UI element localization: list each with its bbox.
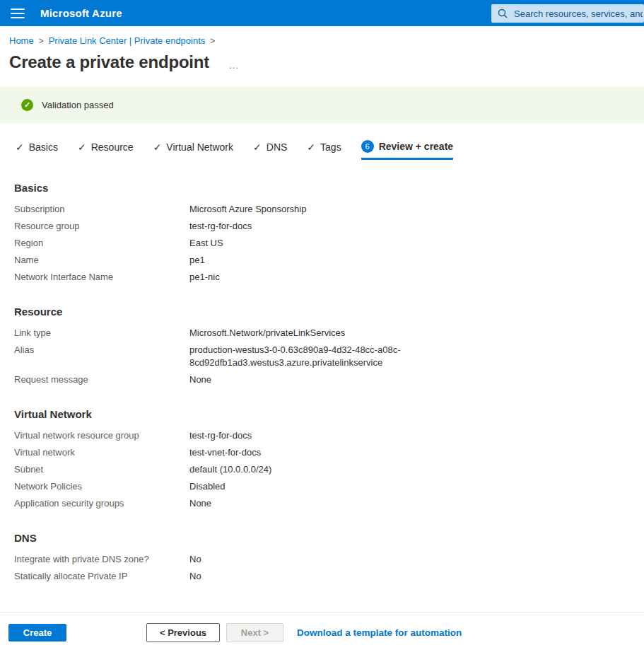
- wizard-tabs: ✓ Basics ✓ Resource ✓ Virtual Network ✓ …: [16, 140, 644, 160]
- search-box[interactable]: [491, 4, 644, 23]
- review-content: Basics Subscription Microsoft Azure Spon…: [14, 182, 644, 585]
- tab-label: Resource: [91, 141, 134, 153]
- section-title: Virtual Network: [14, 408, 644, 420]
- row-label: Integrate with private DNS zone?: [14, 553, 189, 566]
- row-value: test-vnet-for-docs: [189, 446, 261, 459]
- row-label: Request message: [14, 373, 189, 386]
- section-title: DNS: [14, 532, 644, 544]
- row-label: Network Interface Name: [14, 271, 189, 284]
- section-title: Basics: [14, 182, 644, 194]
- check-icon: ✓: [16, 142, 24, 152]
- hamburger-menu-button[interactable]: [11, 8, 25, 18]
- row-value: production-westus3-0-0.63c890a9-4d32-48c…: [189, 344, 423, 369]
- tab-label: Review + create: [379, 141, 453, 152]
- tab-resource[interactable]: ✓ Resource: [78, 141, 134, 160]
- next-button[interactable]: Next >: [226, 623, 283, 642]
- review-row: Subnet default (10.0.0.0/24): [14, 461, 644, 478]
- row-label: Subnet: [14, 463, 189, 476]
- row-value: No: [189, 570, 201, 583]
- section-virtual-network: Virtual Network Virtual network resource…: [14, 408, 644, 512]
- review-row: Alias production-westus3-0-0.63c890a9-4d…: [14, 342, 644, 371]
- download-template-link[interactable]: Download a template for automation: [297, 623, 462, 642]
- more-options-button[interactable]: …: [228, 59, 240, 71]
- review-row: Virtual network resource group test-rg-f…: [14, 427, 644, 444]
- review-row: Virtual network test-vnet-for-docs: [14, 444, 644, 461]
- review-row: Integrate with private DNS zone? No: [14, 551, 644, 568]
- previous-button[interactable]: < Previous: [146, 623, 220, 642]
- row-label: Application security groups: [14, 497, 189, 510]
- tab-label: Virtual Network: [166, 141, 233, 153]
- row-label: Alias: [14, 344, 189, 369]
- row-label: Link type: [14, 327, 189, 339]
- row-value: default (10.0.0.0/24): [189, 463, 271, 476]
- row-value: None: [189, 373, 211, 386]
- tab-label: Basics: [29, 141, 58, 153]
- row-label: Subscription: [14, 203, 189, 216]
- row-value: East US: [189, 237, 223, 250]
- check-icon: ✓: [153, 142, 162, 152]
- check-icon: ✓: [253, 142, 262, 152]
- row-label: Resource group: [14, 220, 189, 233]
- review-row: Network Policies Disabled: [14, 478, 644, 495]
- tab-basics[interactable]: ✓ Basics: [16, 141, 58, 160]
- tab-dns[interactable]: ✓ DNS: [253, 141, 287, 160]
- breadcrumb-parent-link[interactable]: Private Link Center | Private endpoints: [49, 35, 206, 46]
- tab-review-create[interactable]: 6 Review + create: [361, 140, 453, 160]
- row-value: No: [189, 553, 201, 566]
- validation-banner: ✓ Validation passed: [0, 87, 644, 123]
- footer-action-bar: Create < Previous Next > Download a temp…: [0, 612, 644, 650]
- row-label: Virtual network: [14, 446, 189, 459]
- section-dns: DNS Integrate with private DNS zone? No …: [14, 532, 644, 585]
- hamburger-icon: [11, 8, 25, 10]
- tab-label: Tags: [320, 141, 341, 153]
- row-label: Statically allocate Private IP: [14, 570, 189, 583]
- validation-message: Validation passed: [42, 100, 114, 110]
- row-value: test-rg-for-docs: [189, 429, 252, 442]
- row-value: test-rg-for-docs: [189, 220, 252, 233]
- review-row: Resource group test-rg-for-docs: [14, 218, 644, 235]
- chevron-right-icon: >: [210, 36, 215, 46]
- row-value: pe1-nic: [189, 271, 220, 284]
- review-row: Link type Microsoft.Network/privateLinkS…: [14, 325, 644, 342]
- chevron-right-icon: >: [39, 36, 44, 46]
- row-value: Disabled: [189, 480, 226, 493]
- review-row: Subscription Microsoft Azure Sponsorship: [14, 201, 644, 218]
- row-value: pe1: [189, 254, 205, 267]
- breadcrumb: Home>Private Link Center | Private endpo…: [9, 35, 644, 46]
- page-title: Create a private endpoint: [9, 52, 209, 72]
- search-icon: [498, 8, 508, 18]
- row-label: Region: [14, 237, 189, 250]
- search-input[interactable]: [513, 8, 644, 20]
- create-button[interactable]: Create: [8, 624, 66, 642]
- section-title: Resource: [14, 306, 644, 318]
- row-value: Microsoft Azure Sponsorship: [189, 203, 306, 216]
- row-label: Name: [14, 254, 189, 267]
- step-number-badge: 6: [361, 140, 374, 153]
- review-row: Application security groups None: [14, 495, 644, 512]
- review-row: Network Interface Name pe1-nic: [14, 269, 644, 286]
- tab-tags[interactable]: ✓ Tags: [307, 141, 341, 160]
- row-label: Network Policies: [14, 480, 189, 493]
- check-icon: ✓: [78, 142, 86, 152]
- success-check-icon: ✓: [21, 99, 33, 111]
- review-row: Region East US: [14, 235, 644, 252]
- row-label: Virtual network resource group: [14, 429, 189, 442]
- tab-virtual-network[interactable]: ✓ Virtual Network: [153, 141, 233, 160]
- review-row: Request message None: [14, 371, 644, 388]
- section-basics: Basics Subscription Microsoft Azure Spon…: [14, 182, 644, 286]
- row-value: None: [189, 497, 211, 510]
- breadcrumb-home-link[interactable]: Home: [9, 35, 34, 46]
- check-icon: ✓: [307, 142, 315, 152]
- title-row: Create a private endpoint …: [9, 52, 644, 72]
- app-title[interactable]: Microsoft Azure: [40, 7, 122, 19]
- tab-label: DNS: [267, 141, 288, 153]
- section-resource: Resource Link type Microsoft.Network/pri…: [14, 306, 644, 388]
- top-bar: Microsoft Azure: [0, 0, 644, 26]
- row-value: Microsoft.Network/privateLinkServices: [189, 327, 345, 339]
- review-row: Statically allocate Private IP No: [14, 568, 644, 585]
- review-row: Name pe1: [14, 252, 644, 269]
